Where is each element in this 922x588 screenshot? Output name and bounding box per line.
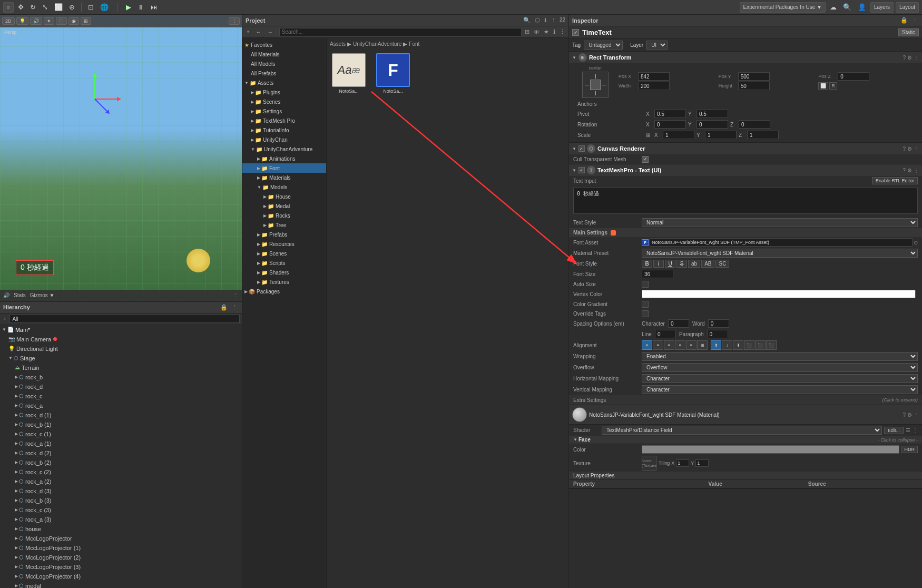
project-star-btn[interactable]: ★ bbox=[543, 28, 550, 35]
project-info2-btn[interactable]: ℹ bbox=[552, 28, 556, 35]
width-field[interactable] bbox=[638, 82, 670, 90]
breadcrumb-font[interactable]: Font bbox=[409, 41, 419, 47]
rect-r-btn[interactable]: R bbox=[829, 82, 837, 90]
font-strikethrough-btn[interactable]: S bbox=[676, 260, 687, 268]
project-packages[interactable]: ▶📦 Packages bbox=[242, 287, 326, 296]
hierarchy-item-mcc3[interactable]: ▶⬡ MccLogoProjector (2) bbox=[0, 553, 242, 562]
align-top-btn[interactable]: ⬆ bbox=[711, 340, 721, 350]
font-asset-text[interactable]: Aa æ NotoSa... bbox=[330, 51, 368, 96]
tag-select[interactable]: Untagged bbox=[584, 41, 623, 50]
project-resources[interactable]: ▶📁 Resources bbox=[242, 239, 326, 249]
font-asset-sdf[interactable]: F NotoSa... bbox=[374, 51, 412, 96]
project-unitychan-folder[interactable]: ▶📁 UnityChan bbox=[242, 135, 326, 144]
scene-grid-btn[interactable]: ⊞ bbox=[81, 17, 91, 25]
breadcrumb-unitychanadv[interactable]: UnityChanAdventure bbox=[353, 41, 401, 47]
hierarchy-item-rock-c[interactable]: ▶⬡ rock_c bbox=[0, 391, 242, 401]
hierarchy-item-rock-c2[interactable]: ▶⬡ rock_c (2) bbox=[0, 467, 242, 477]
font-asset-target-btn[interactable]: ⊙ bbox=[914, 240, 918, 246]
project-house-folder[interactable]: ▶📁 House bbox=[242, 192, 326, 201]
project-tree-folder[interactable]: ▶📁 Tree bbox=[242, 220, 326, 230]
scene-scene-btn[interactable]: ⬚ bbox=[56, 17, 67, 25]
project-all-prefabs[interactable]: All Prefabs bbox=[242, 68, 326, 78]
layer-select[interactable]: UI bbox=[646, 41, 668, 50]
rect-transform-more-btn[interactable]: ⋮ bbox=[914, 55, 919, 61]
cull-checkbox[interactable]: ✓ bbox=[642, 156, 649, 163]
hierarchy-search[interactable] bbox=[9, 315, 240, 323]
scale-z-field[interactable] bbox=[747, 131, 779, 139]
project-all-materials[interactable]: All Materials bbox=[242, 50, 326, 59]
shader-list-btn[interactable]: ☰ bbox=[906, 427, 910, 433]
rect-transform-header[interactable]: ▼ ⊞ Rect Transform ? ⚙ ⋮ bbox=[569, 52, 922, 63]
align-geo-btn[interactable]: ⊞ bbox=[697, 340, 708, 350]
material-q-btn[interactable]: ? bbox=[903, 412, 906, 418]
hierarchy-item-rock-b2[interactable]: ▶⬡ rock_b (2) bbox=[0, 458, 242, 467]
scene-audio-btn[interactable]: 🔊 bbox=[30, 17, 42, 25]
scene-light-btn[interactable]: 💡 bbox=[16, 17, 28, 25]
posz-field[interactable] bbox=[838, 72, 869, 81]
project-fwd-btn[interactable]: → bbox=[266, 28, 275, 36]
tmp-m-btn[interactable]: ⋮ bbox=[914, 168, 919, 173]
project-search-btn[interactable]: 🔍 bbox=[522, 17, 532, 24]
hierarchy-item-mcc1[interactable]: ▶⬡ MccLogoProjector bbox=[0, 534, 242, 543]
project-tutorialinfo[interactable]: ▶📁 TutorialInfo bbox=[242, 125, 326, 135]
hierarchy-item-house[interactable]: ▶⬡ house bbox=[0, 524, 242, 534]
font-bold-btn[interactable]: B bbox=[642, 260, 652, 268]
hierarchy-item-terrain[interactable]: ⛰ Terrain bbox=[0, 363, 242, 373]
hierarchy-item-rock-a3[interactable]: ▶⬡ rock_a (3) bbox=[0, 515, 242, 524]
rect-transform-question-btn[interactable]: ? bbox=[903, 55, 906, 61]
project-scenes2[interactable]: ▶📁 Scenes bbox=[242, 249, 326, 258]
shader-dropdown[interactable]: TextMeshPro/Distance Field bbox=[602, 426, 882, 435]
canvas-renderer-s-btn[interactable]: ⚙ bbox=[907, 146, 912, 152]
scale-tool-btn[interactable]: ⤡ bbox=[40, 2, 50, 12]
account-btn[interactable]: 👤 bbox=[856, 2, 868, 12]
rect-tool-btn[interactable]: ⬜ bbox=[52, 2, 65, 12]
project-more-btn[interactable]: ⋮ bbox=[550, 17, 557, 24]
hierarchy-add-btn[interactable]: + bbox=[2, 316, 7, 322]
pivot-y-field[interactable] bbox=[697, 110, 728, 118]
scene-gizmos-btn[interactable]: ◉ bbox=[68, 17, 79, 25]
rect-transform-settings-btn[interactable]: ⚙ bbox=[907, 55, 912, 61]
project-scenes[interactable]: ▶📁 Scenes bbox=[242, 97, 326, 106]
canvas-renderer-enable[interactable]: ✓ bbox=[578, 145, 585, 152]
step-button[interactable]: ⏭ bbox=[149, 2, 160, 12]
project-view-btn[interactable]: ⊞ bbox=[524, 28, 531, 35]
overflow-dropdown[interactable]: Overflow bbox=[642, 363, 918, 372]
align-flush-btn[interactable]: ≡ bbox=[686, 340, 697, 350]
font-underline-btn[interactable]: U bbox=[665, 260, 675, 268]
override-tags-checkbox[interactable] bbox=[642, 310, 649, 317]
object-enable-checkbox[interactable]: ✓ bbox=[572, 29, 579, 36]
shader-edit-btn[interactable]: Edit... bbox=[884, 427, 904, 434]
pivot-btn[interactable]: ⊡ bbox=[86, 2, 96, 12]
project-assets-root[interactable]: ▼ 📁 Assets bbox=[242, 78, 326, 87]
rotation-z-field[interactable] bbox=[739, 120, 770, 129]
wrapping-dropdown[interactable]: Enabled bbox=[642, 352, 918, 361]
hierarchy-item-medal[interactable]: ▶⬡ medal bbox=[0, 581, 242, 589]
hierarchy-item-main[interactable]: ▼ 📄 Main* bbox=[0, 325, 242, 335]
char-spacing-field[interactable] bbox=[668, 319, 689, 328]
align-center-btn[interactable]: ≡ bbox=[653, 340, 663, 350]
tiling-y-field[interactable] bbox=[695, 459, 709, 467]
scale-x-field[interactable] bbox=[663, 131, 694, 139]
project-shaders[interactable]: ▶📁 Shaders bbox=[242, 268, 326, 277]
layers-btn[interactable]: Layers bbox=[870, 2, 894, 13]
search-toolbar-btn[interactable]: 🔍 bbox=[841, 2, 854, 12]
project-unitychanadv[interactable]: ▼📁 UnityChanAdventure bbox=[242, 144, 326, 154]
hierarchy-lock-btn[interactable]: 🔒 bbox=[219, 304, 229, 311]
stats-btn[interactable]: Stats bbox=[14, 292, 26, 298]
posy-field[interactable] bbox=[738, 72, 770, 81]
align-baseline-btn[interactable]: ⬛ bbox=[744, 340, 754, 350]
project-eye-btn[interactable]: 👁 bbox=[533, 29, 541, 35]
h-mapping-dropdown[interactable]: Character bbox=[642, 374, 918, 383]
project-prefabs[interactable]: ▶📁 Prefabs bbox=[242, 230, 326, 239]
hierarchy-more-btn[interactable]: ⋮ bbox=[231, 304, 239, 311]
hierarchy-item-rock-d[interactable]: ▶⬡ rock_d bbox=[0, 382, 242, 391]
project-plugins[interactable]: ▶📁 Plugins bbox=[242, 87, 326, 97]
font-lowercase-btn[interactable]: ab bbox=[688, 260, 700, 268]
project-textures[interactable]: ▶📁 Textures bbox=[242, 277, 326, 287]
anchor-box[interactable] bbox=[582, 72, 609, 98]
project-models[interactable]: ▼📁 Models bbox=[242, 182, 326, 192]
hierarchy-item-rock-d2[interactable]: ▶⬡ rock_d (2) bbox=[0, 448, 242, 458]
play-button[interactable]: ▶ bbox=[124, 2, 133, 12]
project-info-btn[interactable]: ℹ bbox=[543, 17, 547, 24]
tiling-x-field[interactable] bbox=[676, 459, 689, 467]
